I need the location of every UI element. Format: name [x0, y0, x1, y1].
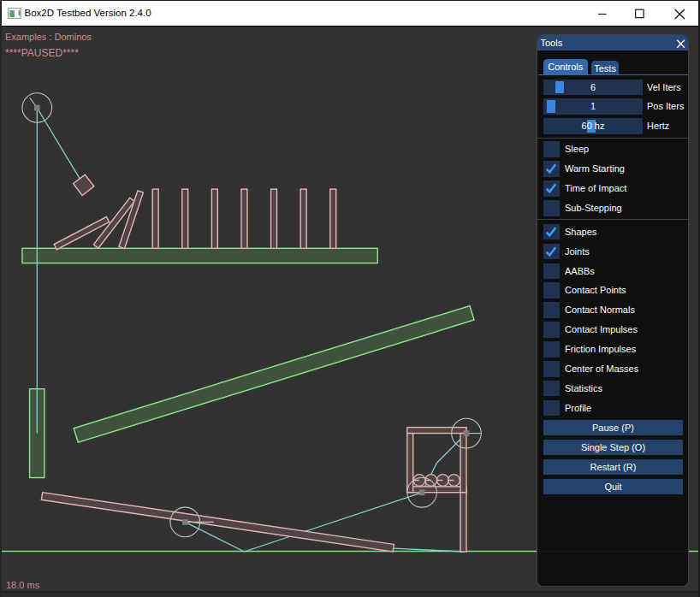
svg-text:18.0 ms: 18.0 ms	[6, 580, 40, 590]
svg-text:Examples : Dominos: Examples : Dominos	[5, 32, 92, 42]
svg-text:****PAUSED****: ****PAUSED****	[5, 47, 79, 59]
